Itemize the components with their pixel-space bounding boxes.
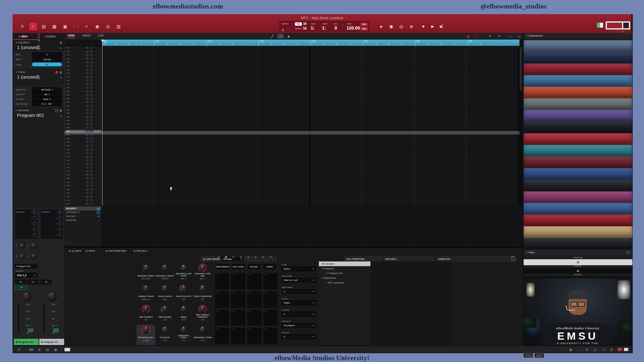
note-row-label[interactable]: B12 M S xyxy=(64,104,101,108)
insert-power-icon[interactable] xyxy=(58,216,62,220)
row-solo-button[interactable]: S xyxy=(90,112,93,114)
qlink-knob-cell[interactable]: PLAYHEAD 0% xyxy=(155,325,174,345)
expansion-thumbnail[interactable] xyxy=(524,122,632,133)
velocity-param-row[interactable]: PROBABILITY xyxy=(64,211,101,215)
row-solo-button[interactable]: S xyxy=(90,126,93,129)
grid-vertical-scrollbar[interactable] xyxy=(519,46,522,206)
qlink-knob-cell[interactable]: SEQUENCE LOOP START Bar: 1 xyxy=(174,263,193,283)
velocity-param-row[interactable]: MODIFIER xyxy=(64,218,101,222)
loop-region-icon[interactable] xyxy=(465,34,472,39)
row-mute-button[interactable]: M xyxy=(86,123,89,125)
qlink-knob[interactable] xyxy=(142,326,149,333)
record-button[interactable] xyxy=(377,23,385,30)
row-mute-button[interactable]: M xyxy=(86,69,89,71)
tab-project[interactable]: PROJECT xyxy=(133,250,147,252)
row-solo-button[interactable]: S xyxy=(90,108,93,111)
play-start-button[interactable] xyxy=(438,23,446,30)
note-row-label[interactable]: A02 M S xyxy=(64,199,101,202)
row-solo-button[interactable]: S xyxy=(90,86,93,89)
metronome-icon[interactable]: ◮ xyxy=(282,28,284,31)
row-mute-button[interactable]: M xyxy=(86,152,89,154)
row-solo-button[interactable]: S xyxy=(90,184,93,187)
row-mute-button[interactable]: M xyxy=(86,50,89,53)
tab-qlinks[interactable]: Q-LINKS xyxy=(69,250,81,252)
row-mute-button[interactable]: M xyxy=(86,112,89,114)
sampler-icon[interactable] xyxy=(104,22,112,30)
row-solo-button[interactable]: S xyxy=(90,76,93,78)
row-mute-button[interactable]: M xyxy=(86,72,89,74)
gear-icon[interactable] xyxy=(608,348,616,351)
qlink-knob-cell[interactable]: HORIZONTAL SCROLL 0% xyxy=(174,325,193,345)
row-mute-button[interactable]: M xyxy=(86,184,89,187)
expansion-thumbnail[interactable] xyxy=(524,98,632,110)
row-mute-button[interactable]: M xyxy=(86,83,89,85)
qlink-knob[interactable] xyxy=(199,305,206,312)
mute-button[interactable]: M xyxy=(41,280,52,284)
punch-in-button[interactable]: IN xyxy=(408,23,415,30)
qlink-knob[interactable] xyxy=(199,264,206,271)
drum-pad[interactable]: B02 xyxy=(230,327,246,344)
row-mute-button[interactable]: M xyxy=(86,54,89,56)
pad-bank-tab[interactable]: D xyxy=(239,256,243,260)
note-row-label[interactable]: A04 M S xyxy=(64,191,101,195)
drum-pad[interactable]: B11 xyxy=(247,291,262,308)
bars-field[interactable]: 2 xyxy=(32,52,62,57)
pan-knob[interactable] xyxy=(47,292,57,301)
undo-icon[interactable] xyxy=(487,34,494,39)
filter-category-button[interactable]: PRESET xyxy=(524,265,632,274)
insert-power-icon[interactable] xyxy=(33,228,36,231)
row-mute-button[interactable]: M xyxy=(86,108,89,111)
beat-value[interactable]: 1: xyxy=(322,25,326,30)
pad-perform-select[interactable]: 0▾ xyxy=(282,334,316,339)
drum-pad[interactable]: B09 xyxy=(214,291,230,308)
qlink-knob-cell[interactable]: SEQUENCE LENGTH 2 BARS xyxy=(155,263,174,283)
playhead-marker[interactable] xyxy=(101,40,104,42)
zoom-vertical-icon[interactable] xyxy=(516,34,523,39)
speaker-icon[interactable] xyxy=(599,348,608,351)
send-knob[interactable] xyxy=(19,253,25,259)
note-row-label[interactable]: B15 M S xyxy=(64,93,101,97)
pad-bank-tab[interactable]: H xyxy=(269,256,273,260)
row-mute-button[interactable]: M xyxy=(86,116,89,118)
project-tree-item[interactable]: ≡ 001: (unused) xyxy=(319,280,370,285)
row-solo-button[interactable]: S xyxy=(90,177,93,180)
note-row-label[interactable]: A11 M S xyxy=(64,166,101,170)
menu-icon[interactable] xyxy=(18,22,26,30)
insert-power-icon[interactable] xyxy=(58,233,62,237)
loop-toggle[interactable] xyxy=(32,63,62,66)
note-row-label[interactable]: C06 M S xyxy=(64,68,101,72)
drum-pad[interactable]: B13 xyxy=(214,273,230,290)
tc-button[interactable]: TC xyxy=(295,22,302,26)
marquee-tool-icon[interactable] xyxy=(277,34,284,39)
row-solo-button[interactable]: S xyxy=(90,90,93,93)
qlink-knob-cell[interactable]: SWING 50% xyxy=(174,304,193,325)
insert-power-icon[interactable] xyxy=(33,216,36,220)
notes-icon[interactable] xyxy=(575,348,583,351)
list-icon[interactable] xyxy=(583,348,591,351)
pad-bank-tab[interactable]: B xyxy=(224,256,228,260)
row-solo-button[interactable]: S xyxy=(90,72,93,74)
qlink-knob-cell[interactable]: TIME DIVISION 1/16 xyxy=(155,304,174,325)
row-solo-button[interactable]: S xyxy=(90,54,93,56)
note-row-label[interactable]: B09 M S xyxy=(64,115,101,119)
row-mute-button[interactable]: M xyxy=(86,156,89,158)
browser-icon[interactable] xyxy=(114,22,123,30)
pad-perform-select[interactable]: C▾ xyxy=(282,289,316,294)
insert-power-icon[interactable] xyxy=(58,211,62,214)
note-row-label[interactable]: A09 M S xyxy=(64,173,101,177)
expansions-header[interactable]: ▾ Expansions xyxy=(524,33,632,38)
row-solo-button[interactable]: S xyxy=(90,145,93,147)
send-knob[interactable] xyxy=(31,253,37,259)
row-solo-button[interactable]: S xyxy=(90,97,93,100)
info-icon[interactable]: i xyxy=(17,348,21,352)
editor-tab[interactable]: LIST xyxy=(98,34,104,37)
qlink-knob-cell[interactable]: TRACK VELOCITY 100 xyxy=(174,283,193,304)
timeline-ruler[interactable]: 1.14/41.21.31.42.12.22.32.4 xyxy=(102,40,519,46)
row-mute-button[interactable]: M xyxy=(86,163,89,165)
qlink-knob[interactable] xyxy=(199,326,206,333)
pad-bank-tab[interactable]: F xyxy=(254,256,258,260)
row-mute-button[interactable]: M xyxy=(86,192,89,194)
expansion-thumbnail[interactable] xyxy=(524,75,632,87)
steps-icon[interactable] xyxy=(43,348,52,351)
row-mute-button[interactable]: M xyxy=(86,79,89,82)
